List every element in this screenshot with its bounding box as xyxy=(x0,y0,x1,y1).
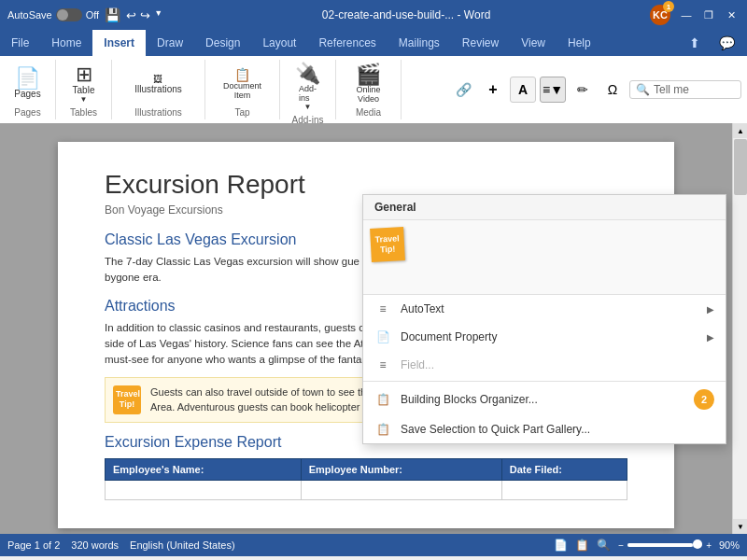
table-header-number: Employee Number: xyxy=(301,459,501,481)
document-item-button[interactable]: 📋 DocumentItem xyxy=(219,66,265,102)
ribbon-tabs: File Home Insert Draw Design Layout Refe… xyxy=(0,30,747,56)
tab-home[interactable]: Home xyxy=(40,30,92,56)
scroll-thumb[interactable] xyxy=(734,139,747,195)
search-icon: 🔍 xyxy=(636,83,650,96)
illustrations-button[interactable]: 🖼 Illustrations xyxy=(132,72,185,96)
addins-button[interactable]: 🔌 Add-ins ▼ xyxy=(289,62,327,113)
scroll-track[interactable] xyxy=(733,138,747,519)
close-button[interactable]: ✕ xyxy=(723,7,740,23)
scroll-down-button[interactable]: ▼ xyxy=(733,519,747,534)
print-layout-icon[interactable]: 📋 xyxy=(575,539,589,552)
autotext-icon: ≡ xyxy=(374,301,391,317)
scroll-up-button[interactable]: ▲ xyxy=(733,123,747,138)
online-video-label: OnlineVideo xyxy=(356,85,380,104)
document-property-label: Document Property xyxy=(401,330,698,343)
pages-button[interactable]: 📄 Pages xyxy=(9,66,47,101)
share-button[interactable]: ⬆ xyxy=(682,30,708,56)
pages-items: 📄 Pages xyxy=(9,62,47,105)
dropdown-item-save-selection[interactable]: 📋 Save Selection to Quick Part Gallery..… xyxy=(363,415,726,443)
status-right: 📄 📋 🔍 − + 90% xyxy=(554,539,740,552)
ribbon-group-pages: 📄 Pages Pages xyxy=(0,60,56,119)
tab-design[interactable]: Design xyxy=(194,30,251,56)
save-selection-label: Save Selection to Quick Part Gallery... xyxy=(401,423,714,436)
undo-icon[interactable]: ↩ xyxy=(126,8,136,22)
status-bar: Page 1 of 2 320 words English (United St… xyxy=(0,534,747,556)
plus-icon[interactable]: + xyxy=(480,77,506,103)
zoom-track[interactable] xyxy=(627,543,702,547)
undo-redo-group: ↩ ↪ ▼ xyxy=(126,8,162,22)
signature-icon[interactable]: ✏ xyxy=(570,77,596,103)
document-property-icon: 📄 xyxy=(374,329,391,345)
quick-parts-icon[interactable]: ≡▼ xyxy=(540,77,566,103)
tell-me-label: Tell me xyxy=(654,83,689,96)
illustrations-group-label: Illustrations xyxy=(134,107,182,118)
dropdown-arrow-icon[interactable]: ▼ xyxy=(154,8,162,22)
tab-review[interactable]: Review xyxy=(451,30,510,56)
table-button[interactable]: ⊞ Table ▼ xyxy=(65,63,103,105)
link-icon[interactable]: 🔗 xyxy=(450,77,476,103)
tab-help[interactable]: Help xyxy=(557,30,602,56)
dropdown-divider xyxy=(363,381,726,382)
table-cell-name[interactable] xyxy=(106,481,302,500)
autosave-pill[interactable] xyxy=(56,8,82,21)
travel-tip-preview: TravelTip! xyxy=(370,227,405,262)
dropdown-item-building-blocks[interactable]: 📋 Building Blocks Organizer... 2 xyxy=(363,384,726,415)
media-group-label: Media xyxy=(356,107,381,118)
pages-icon: 📄 xyxy=(15,68,40,89)
quick-parts-dropdown[interactable]: General TravelTip! ≡ AutoText ▶ 📄 Docume… xyxy=(362,194,726,444)
table-items: ⊞ Table ▼ xyxy=(65,62,103,105)
main-area: Excursion Report Bon Voyage Excursions C… xyxy=(0,123,747,534)
user-avatar[interactable]: KC 1 xyxy=(650,5,670,25)
autosave-toggle[interactable]: AutoSave Off xyxy=(7,8,99,21)
tab-file[interactable]: File xyxy=(0,30,40,56)
minimize-button[interactable]: — xyxy=(678,7,695,23)
zoom-slider[interactable]: − + xyxy=(618,540,712,551)
zoom-percent[interactable]: 90% xyxy=(719,539,740,551)
dropdown-header: General xyxy=(363,195,726,220)
table-dropdown-icon: ▼ xyxy=(80,95,88,104)
ribbon-right-tools: 🔗 + A ≡▼ ✏ Ω 🔍 Tell me xyxy=(444,60,747,119)
expense-table: Employee's Name: Employee Number: Date F… xyxy=(105,458,627,500)
page-info: Page 1 of 2 xyxy=(7,539,60,551)
autosave-state: Off xyxy=(86,9,99,21)
save-selection-icon: 📋 xyxy=(374,421,391,438)
omega-icon[interactable]: Ω xyxy=(599,77,626,103)
window-title: 02-create-and-use-build-... - Word xyxy=(162,8,650,21)
dropdown-item-autotext[interactable]: ≡ AutoText ▶ xyxy=(363,295,726,323)
dropdown-item-field: ≡ Field... xyxy=(363,351,726,379)
text-format-icon[interactable]: A xyxy=(510,77,536,103)
status-left: Page 1 of 2 320 words English (United St… xyxy=(7,539,235,551)
title-bar-right: KC 1 — ❐ ✕ xyxy=(650,5,740,25)
illustrations-icon: 🖼 xyxy=(153,74,162,84)
web-layout-icon[interactable]: 🔍 xyxy=(597,539,611,552)
window-controls: — ❐ ✕ xyxy=(678,7,740,23)
language: English (United States) xyxy=(130,539,235,551)
restore-button[interactable]: ❐ xyxy=(700,7,717,23)
read-mode-icon[interactable]: 📄 xyxy=(554,539,568,552)
tell-me-search[interactable]: 🔍 Tell me xyxy=(629,80,741,99)
online-video-icon: 🎬 xyxy=(356,64,381,85)
zoom-out-icon[interactable]: − xyxy=(618,540,624,551)
tab-layout[interactable]: Layout xyxy=(251,30,307,56)
online-video-button[interactable]: 🎬 OnlineVideo xyxy=(350,63,388,105)
comments-button[interactable]: 💬 xyxy=(713,30,740,56)
tab-references[interactable]: References xyxy=(307,30,387,56)
vertical-scrollbar[interactable]: ▲ ▼ xyxy=(732,123,747,534)
illustrations-label: Illustrations xyxy=(134,84,182,94)
table-header-row: Employee's Name: Employee Number: Date F… xyxy=(106,459,627,481)
media-items: 🎬 OnlineVideo xyxy=(350,62,388,105)
redo-icon[interactable]: ↪ xyxy=(140,8,150,22)
autosave-dot xyxy=(57,9,68,21)
tab-mailings[interactable]: Mailings xyxy=(388,30,451,56)
save-icon[interactable]: 💾 xyxy=(105,7,120,22)
zoom-handle[interactable] xyxy=(693,539,702,549)
zoom-in-icon[interactable]: + xyxy=(706,540,712,551)
ribbon-group-illustrations: 🖼 Illustrations Illustrations xyxy=(112,60,205,119)
table-cell-number[interactable] xyxy=(301,481,501,500)
tab-insert[interactable]: Insert xyxy=(92,30,146,56)
tab-draw[interactable]: Draw xyxy=(146,30,194,56)
tab-view[interactable]: View xyxy=(510,30,557,56)
dropdown-item-document-property[interactable]: 📄 Document Property ▶ xyxy=(363,323,726,351)
badge-2: 2 xyxy=(694,389,714,410)
table-cell-date[interactable] xyxy=(501,481,627,500)
